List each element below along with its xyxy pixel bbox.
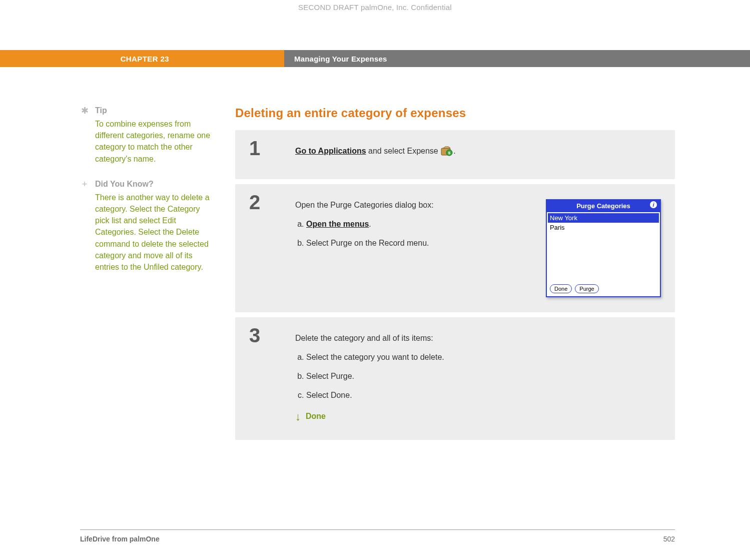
step-3-intro: Delete the category and all of its items…	[295, 332, 661, 344]
didyouknow-block: + Did You Know? There is another way to …	[80, 180, 215, 273]
step-number: 1	[235, 130, 295, 179]
product-name: LifeDrive from palmOne	[80, 535, 160, 543]
asterisk-icon: ✱	[80, 106, 89, 115]
palm-title-text: Purge Categories	[576, 202, 630, 210]
palm-done-button[interactable]: Done	[550, 284, 572, 293]
palm-category-list: New York Paris	[547, 212, 660, 282]
step-2-b: Select Purge on the Record menu.	[306, 237, 531, 249]
step-number: 2	[235, 184, 295, 312]
didyouknow-body: There is another way to delete a categor…	[95, 192, 215, 273]
step-number: 3	[235, 317, 295, 440]
palm-screenshot: Purge Categories i New York Paris Done P…	[546, 199, 661, 297]
step-1: 1 Go to Applications and select Expense …	[235, 130, 675, 179]
step-3-c: Select Done.	[306, 389, 661, 401]
step-1-text: Go to Applications and select Expense $ …	[295, 145, 661, 164]
didyouknow-label: Did You Know?	[95, 180, 154, 189]
step-2-intro: Open the Purge Categories dialog box:	[295, 199, 531, 211]
banner-chapter: CHAPTER 23	[0, 50, 284, 67]
draft-header: SECOND DRAFT palmOne, Inc. Confidential	[0, 3, 750, 12]
open-the-menus-link[interactable]: Open the menus	[306, 220, 369, 228]
chapter-label: CHAPTER 23	[121, 55, 169, 63]
step-3: 3 Delete the category and all of its ite…	[235, 317, 675, 440]
step-3-text: Delete the category and all of its items…	[295, 332, 661, 425]
expense-app-icon: $	[440, 146, 453, 157]
palm-title-bar: Purge Categories i	[547, 200, 660, 212]
chapter-title: Managing Your Expenses	[294, 55, 387, 63]
down-arrow-icon: ↓	[295, 408, 301, 425]
svg-text:$: $	[448, 151, 451, 155]
list-item[interactable]: New York	[548, 213, 659, 223]
banner-title: Managing Your Expenses	[284, 50, 750, 67]
palm-purge-button[interactable]: Purge	[575, 284, 598, 293]
info-icon: i	[650, 201, 657, 208]
list-item[interactable]: Paris	[548, 223, 659, 233]
step-1-rest: and select Expense	[366, 147, 441, 155]
plus-icon: +	[80, 180, 89, 189]
chapter-banner: CHAPTER 23 Managing Your Expenses	[0, 50, 750, 67]
tip-block: ✱ Tip To combine expenses from different…	[80, 106, 215, 165]
done-label: Done	[306, 410, 326, 422]
tip-label: Tip	[95, 106, 107, 115]
go-to-applications-link[interactable]: Go to Applications	[295, 147, 366, 155]
step-2-text: Open the Purge Categories dialog box: Op…	[295, 199, 531, 297]
tip-body: To combine expenses from different categ…	[95, 118, 215, 165]
page-number: 502	[663, 535, 675, 543]
step-1-period: .	[453, 147, 455, 155]
step-2-a-after: .	[369, 220, 371, 228]
main-content: Deleting an entire category of expenses …	[235, 106, 675, 520]
step-3-b: Select Purge.	[306, 370, 661, 382]
section-title: Deleting an entire category of expenses	[235, 106, 675, 120]
page-footer: LifeDrive from palmOne 502	[80, 529, 675, 543]
step-2: 2 Open the Purge Categories dialog box: …	[235, 184, 675, 312]
step-3-a: Select the category you want to delete.	[306, 351, 661, 363]
sidebar: ✱ Tip To combine expenses from different…	[80, 106, 235, 520]
